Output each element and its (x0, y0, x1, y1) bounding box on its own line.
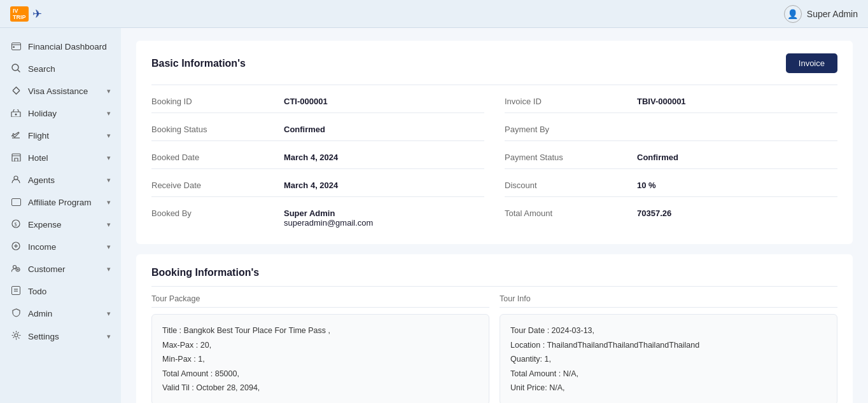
booking-id-label: Booking ID (151, 97, 279, 106)
hotel-icon (10, 153, 22, 163)
svg-point-15 (13, 266, 17, 269)
chevron-down-icon: ▾ (107, 221, 111, 229)
invoice-button[interactable]: Invoice (786, 53, 837, 73)
chevron-down-icon: ▾ (107, 310, 111, 318)
income-icon (10, 242, 22, 252)
section-divider (151, 85, 837, 85)
basic-info-title: Basic Information's (151, 58, 246, 69)
sidebar-item-expense[interactable]: $ Expense ▾ (0, 214, 121, 236)
basic-info-card: Basic Information's Invoice Booking ID C… (136, 41, 853, 244)
svg-text:$: $ (15, 222, 17, 228)
booked-by-row: Booked By Super Admin superadmin@gmail.c… (151, 205, 484, 231)
info-right-col: Invoice ID TBIV-000001 Payment By Paymen… (505, 93, 837, 231)
sidebar-item-agents[interactable]: Agents ▾ (0, 169, 121, 191)
row-divider (151, 140, 484, 141)
sidebar-item-financial-dashboard[interactable]: Financial Dashboard (0, 36, 121, 58)
booked-date-value: March 4, 2024 (284, 153, 484, 162)
tour-info-panel: Tour Date : 2024-03-13, Location : Thail… (500, 314, 837, 403)
sidebar-item-visa-assistance[interactable]: Visa Assistance ▾ (0, 80, 121, 102)
section-divider (151, 286, 837, 287)
payment-by-row: Payment By (505, 121, 837, 138)
row-divider (151, 168, 484, 169)
discount-value: 10 % (637, 181, 837, 190)
expense-icon: $ (10, 219, 22, 230)
svg-rect-19 (12, 287, 20, 295)
affiliate-icon (10, 197, 22, 208)
chevron-down-icon: ▾ (107, 109, 111, 118)
sidebar-item-income[interactable]: Income ▾ (0, 236, 121, 258)
booked-date-label: Booked Date (151, 153, 279, 162)
tour-info-content: Tour Date : 2024-03-13, Location : Thail… (510, 324, 827, 395)
receive-date-label: Receive Date (151, 181, 279, 190)
booking-status-label: Booking Status (151, 125, 279, 134)
visa-icon (10, 86, 22, 97)
plane-icon: ✈ (32, 7, 42, 21)
sidebar-item-todo[interactable]: Todo (0, 280, 121, 303)
sidebar-item-affiliate-program[interactable]: Affiliate Program ▾ (0, 191, 121, 214)
sidebar-item-holiday[interactable]: Holiday ▾ (0, 102, 121, 125)
tour-title: Title : Bangkok Best Tour Place For Time… (162, 324, 479, 338)
holiday-icon (10, 108, 22, 119)
sidebar-item-flight[interactable]: Flight ▾ (0, 125, 121, 147)
todo-icon (10, 286, 22, 297)
sidebar-item-label: Holiday (28, 109, 57, 118)
booking-info-title: Booking Information's (151, 267, 837, 278)
booking-id-row: Booking ID CTI-000001 (151, 93, 484, 110)
booked-by-email: superadmin@gmail.com (284, 218, 484, 228)
tour-package-title: Tour Package (151, 294, 489, 308)
chevron-down-icon: ▾ (107, 198, 111, 207)
info-left-col: Booking ID CTI-000001 Booking Status Con… (151, 93, 484, 231)
sidebar-item-search[interactable]: Search (0, 58, 121, 80)
tour-package-panel: Title : Bangkok Best Tour Place For Time… (151, 314, 489, 403)
payment-by-label: Payment By (505, 125, 632, 134)
sidebar-item-hotel[interactable]: Hotel ▾ (0, 147, 121, 169)
sidebar-item-label: Flight (28, 131, 49, 140)
sidebar-item-label: Agents (28, 175, 55, 185)
flight-icon (10, 130, 22, 141)
booking-id-value: CTI-000001 (284, 97, 484, 106)
tour-total-amount: Total Amount : 85000, (162, 367, 479, 381)
svg-line-4 (18, 70, 20, 72)
discount-row: Discount 10 % (505, 177, 837, 194)
sidebar-item-label: Income (28, 242, 56, 252)
search-icon (10, 64, 22, 74)
info-tour-date: Tour Date : 2024-03-13, (510, 324, 827, 338)
svg-point-22 (15, 334, 18, 337)
chevron-down-icon: ▾ (107, 154, 111, 162)
customer-icon (10, 264, 22, 275)
payment-by-value (637, 125, 837, 134)
payment-status-label: Payment Status (505, 153, 632, 162)
row-divider (505, 168, 837, 169)
booking-status-row: Booking Status Confirmed (151, 121, 484, 138)
sidebar: Financial Dashboard Search Visa Assistan… (0, 28, 121, 403)
tour-info-col: Tour Info Tour Date : 2024-03-13, Locati… (500, 294, 837, 403)
sidebar-item-label: Todo (28, 287, 46, 296)
sidebar-item-customer[interactable]: Customer ▾ (0, 258, 121, 280)
discount-label: Discount (505, 181, 632, 190)
logo-badge: IVTRIP (10, 6, 29, 22)
row-divider (505, 196, 837, 197)
credit-card-icon (10, 41, 22, 52)
payment-status-row: Payment Status Confirmed (505, 149, 837, 166)
tour-info-title: Tour Info (500, 294, 837, 308)
logo: IVTRIP ✈ (10, 6, 42, 22)
admin-icon (10, 308, 22, 319)
chevron-down-icon: ▾ (107, 332, 111, 341)
booked-by-value: Super Admin superadmin@gmail.com (284, 208, 484, 228)
topnav: IVTRIP ✈ 👤 Super Admin (0, 0, 868, 28)
row-divider (505, 113, 837, 113)
sidebar-item-label: Affiliate Program (28, 198, 92, 207)
row-divider (505, 140, 837, 141)
sidebar-item-label: Search (28, 64, 55, 74)
chevron-down-icon: ▾ (107, 132, 111, 140)
sidebar-item-label: Visa Assistance (28, 86, 88, 96)
sidebar-item-label: Admin (28, 309, 52, 318)
sidebar-item-settings[interactable]: Settings ▾ (0, 325, 121, 348)
receive-date-row: Receive Date March 4, 2024 (151, 177, 484, 194)
booking-status-value: Confirmed (284, 125, 484, 134)
info-quantity: Quantity: 1, (510, 352, 827, 367)
sidebar-item-admin[interactable]: Admin ▾ (0, 303, 121, 325)
settings-icon (10, 331, 22, 342)
payment-status-value: Confirmed (637, 153, 837, 162)
row-divider (151, 113, 484, 113)
